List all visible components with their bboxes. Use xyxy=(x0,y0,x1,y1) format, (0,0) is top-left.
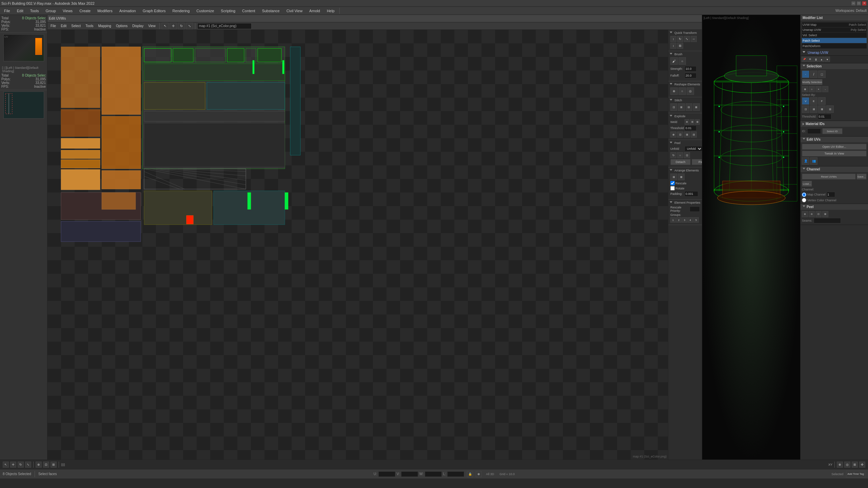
explode-header[interactable]: Explode xyxy=(670,115,701,118)
l-input[interactable] xyxy=(447,471,464,477)
select-by-edge[interactable]: E xyxy=(810,97,817,105)
rescale-priority-input[interactable] xyxy=(690,206,700,212)
sel-grow[interactable]: + xyxy=(815,86,822,92)
reshape-header[interactable]: Reshape Elements xyxy=(670,83,701,86)
maximize-button[interactable]: □ xyxy=(856,1,861,6)
brush-relax[interactable]: ○ xyxy=(678,57,686,65)
explode-icon3[interactable]: ⊞ xyxy=(684,131,690,138)
uv-menu-file[interactable]: File xyxy=(49,22,58,29)
explode-icon4[interactable]: ⊟ xyxy=(691,131,697,138)
group-icon5[interactable]: 5 xyxy=(693,217,699,223)
brush-header[interactable]: Brush xyxy=(670,53,701,56)
mod-move-down[interactable]: ▼ xyxy=(825,57,830,62)
group-icon4[interactable]: 4 xyxy=(688,217,693,223)
add-time-tag-btn[interactable]: Add Time Tag xyxy=(846,471,865,477)
select-by-face[interactable]: F xyxy=(818,97,826,105)
select-icon6[interactable]: ⊠ xyxy=(818,105,826,113)
peel-right-header[interactable]: Peel xyxy=(801,204,868,210)
menu-file[interactable]: File xyxy=(1,7,13,15)
material-ids-header[interactable]: Material IDs xyxy=(801,121,868,127)
uv-menu-mapping[interactable]: Mapping xyxy=(97,22,113,29)
sel-face[interactable]: □ xyxy=(818,70,826,78)
modifier-uww-map[interactable]: UVW Map Patch Select xyxy=(802,22,867,27)
peel-r-icon2[interactable]: ⊖ xyxy=(809,211,815,217)
explode-icon2[interactable]: ⊡ xyxy=(677,131,683,138)
menu-arnold[interactable]: Arnold xyxy=(307,7,323,15)
padding-input[interactable] xyxy=(685,191,698,197)
group-icon1[interactable]: 1 xyxy=(670,217,676,223)
qt-scale[interactable]: ⤡ xyxy=(684,36,690,42)
open-uv-editor-btn[interactable]: Open UV Editor... xyxy=(802,144,867,150)
uv-menu-select[interactable]: Select xyxy=(70,22,82,29)
select-by-vertex[interactable]: V xyxy=(802,97,809,105)
modifier-patchdeform[interactable]: PatchDeform xyxy=(802,43,867,48)
edit-uv-icon1[interactable]: 👤 xyxy=(802,157,809,165)
arrange-icon1[interactable]: ⊞ xyxy=(670,174,677,180)
peel-icon3[interactable]: ⊡ xyxy=(684,152,690,158)
menu-substance[interactable]: Substance xyxy=(259,7,282,15)
u-input[interactable] xyxy=(378,471,395,477)
arrange-header[interactable]: Arrange Elements xyxy=(670,169,701,172)
tweak-in-view-btn[interactable]: Tweak In View xyxy=(802,150,867,157)
modifier-unwrap-uvw[interactable]: Unwrap UVW Poly Select xyxy=(802,27,867,32)
uwv-expand-btn[interactable]: Unwrap UVW xyxy=(803,51,866,55)
nav-icon1[interactable]: ⊕ xyxy=(837,462,843,468)
peel-header[interactable]: Peel xyxy=(670,141,701,145)
menu-rendering[interactable]: Rendering xyxy=(170,7,193,15)
peel-r-icon4[interactable]: ⊠ xyxy=(822,211,828,217)
explode-icon1[interactable]: ⊕ xyxy=(670,131,676,138)
load-channel-btn[interactable]: Load... xyxy=(802,181,812,187)
stitch-header[interactable]: Stitch xyxy=(670,99,701,102)
menu-modifiers[interactable]: Modifiers xyxy=(95,7,115,15)
uv-tool-scale[interactable]: ⤡ xyxy=(186,23,193,29)
mod-move-up[interactable]: ▲ xyxy=(819,57,824,62)
channel-header[interactable]: Channel xyxy=(801,166,868,172)
strength-input[interactable] xyxy=(685,66,696,72)
stitch-btn2[interactable]: ⊞ xyxy=(678,103,685,111)
rescale-checkbox[interactable] xyxy=(670,181,675,185)
sel-shrink[interactable]: - xyxy=(822,86,828,92)
menu-civil-view[interactable]: Civil View xyxy=(284,7,305,15)
group-icon3[interactable]: 3 xyxy=(682,217,687,223)
uv-menu-tools[interactable]: Tools xyxy=(84,22,95,29)
menu-help[interactable]: Help xyxy=(324,7,337,15)
rotate-checkbox[interactable] xyxy=(670,186,675,190)
map-channel-radio[interactable] xyxy=(802,192,806,197)
threshold-input[interactable] xyxy=(685,125,696,131)
arrange-icon2[interactable]: ⊠ xyxy=(678,174,685,180)
select-id-btn[interactable]: Select ID xyxy=(822,128,843,134)
peel-icon1[interactable]: ↻ xyxy=(670,152,676,158)
peel-icon2[interactable]: ○ xyxy=(677,152,683,158)
falloff-input[interactable] xyxy=(685,73,696,78)
mod-pin[interactable]: 📌 xyxy=(802,57,807,62)
peel-r-icon1[interactable]: ⊕ xyxy=(802,211,808,217)
selection-header[interactable]: Selection xyxy=(801,63,868,69)
select-icon5[interactable]: ⊞ xyxy=(810,105,817,113)
menu-customize[interactable]: Customize xyxy=(194,7,217,15)
brush-paint[interactable]: 🖌 xyxy=(670,57,678,65)
explode-weld1[interactable]: ⊕ xyxy=(685,119,689,125)
menu-scripting[interactable]: Scripting xyxy=(218,7,238,15)
bottom-scale-btn[interactable]: ⤡ xyxy=(25,462,31,468)
explode-weld3[interactable]: ⊠ xyxy=(695,119,700,125)
bottom-icon7[interactable]: ⊞ xyxy=(51,462,57,468)
reset-uvws-btn[interactable]: Reset UVWs xyxy=(802,174,856,180)
nav-icon2[interactable]: ◎ xyxy=(844,462,850,468)
bottom-icon6[interactable]: ⊡ xyxy=(43,462,49,468)
close-button[interactable]: ✕ xyxy=(862,1,867,6)
snap-icon[interactable]: ⊕ xyxy=(476,471,482,477)
seams-input[interactable] xyxy=(814,218,841,223)
peel-r-icon3[interactable]: ⊡ xyxy=(815,211,822,217)
select-icon7[interactable]: ⊟ xyxy=(826,105,834,113)
pack-button[interactable]: Pack xyxy=(692,159,702,165)
bottom-select-btn[interactable]: ↖ xyxy=(3,462,9,468)
quick-transform-header[interactable]: Quick Transform xyxy=(670,31,701,35)
modifier-patch-select[interactable]: Patch Select xyxy=(802,38,867,43)
uv-menu-view[interactable]: View xyxy=(146,22,157,29)
menu-content[interactable]: Content xyxy=(239,7,258,15)
threshold-sel-input[interactable] xyxy=(818,114,831,119)
sel-vertex[interactable]: · xyxy=(802,70,809,78)
uv-menu-options[interactable]: Options xyxy=(114,22,129,29)
bottom-rotate-btn[interactable]: ↻ xyxy=(18,462,24,468)
mod-delete[interactable]: 🗑 xyxy=(813,57,818,62)
